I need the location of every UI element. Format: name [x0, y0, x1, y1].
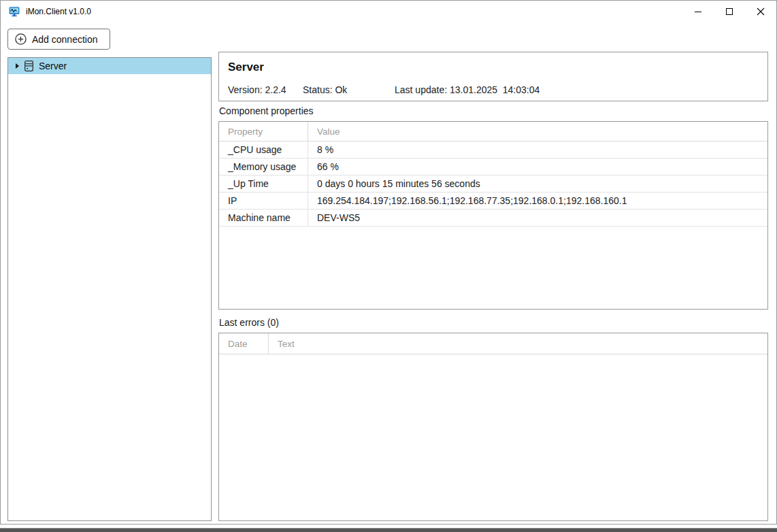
- table-row[interactable]: IP 169.254.184.197;192.168.56.1;192.168.…: [219, 193, 767, 210]
- value-cell: 169.254.184.197;192.168.56.1;192.168.77.…: [308, 193, 767, 209]
- app-icon: [9, 6, 20, 17]
- errors-table-header: Date Text: [219, 333, 767, 354]
- value-cell: 8 %: [308, 142, 767, 158]
- table-row[interactable]: Machine name DEV-WS5: [219, 210, 767, 227]
- property-cell: _Up Time: [219, 176, 308, 192]
- server-version: Version: 2.2.4: [228, 84, 286, 95]
- server-last-update: Last update: 13.01.2025 14:03:04: [395, 84, 540, 95]
- chevron-right-icon[interactable]: [16, 63, 19, 69]
- window-title: iMon.Client v1.0.0: [26, 7, 91, 16]
- column-header-value[interactable]: Value: [308, 122, 767, 141]
- component-properties-label: Component properties: [219, 105, 314, 116]
- last-errors-label: Last errors (0): [219, 317, 279, 328]
- plus-circle-icon: [15, 33, 27, 45]
- last-errors-table: Date Text: [218, 333, 768, 521]
- server-meta-row: Version: 2.2.4 Status: Ok Last update: 1…: [228, 84, 759, 97]
- server-title: Server: [228, 61, 264, 74]
- property-cell: IP: [219, 193, 308, 209]
- column-header-property[interactable]: Property: [219, 122, 308, 141]
- app-window: iMon.Client v1.0.0 Add connection: [0, 0, 777, 525]
- column-header-date[interactable]: Date: [219, 333, 269, 354]
- server-info-card: Server Version: 2.2.4 Status: Ok Last up…: [218, 52, 768, 101]
- taskbar-edge: [0, 528, 777, 532]
- property-cell: _CPU usage: [219, 142, 308, 158]
- connection-tree: Server: [7, 57, 212, 521]
- add-connection-button[interactable]: Add connection: [7, 29, 110, 50]
- table-row[interactable]: _CPU usage 8 %: [219, 142, 767, 159]
- tree-item-server[interactable]: Server: [8, 58, 211, 74]
- value-cell: 66 %: [308, 159, 767, 175]
- value-cell: DEV-WS5: [308, 210, 767, 226]
- table-row[interactable]: _Memory usage 66 %: [219, 159, 767, 176]
- table-row[interactable]: _Up Time 0 days 0 hours 15 minutes 56 se…: [219, 176, 767, 193]
- properties-table-header: Property Value: [219, 122, 767, 142]
- server-status: Status: Ok: [303, 84, 347, 95]
- server-icon: [24, 61, 33, 71]
- tree-item-label: Server: [39, 61, 67, 71]
- value-cell: 0 days 0 hours 15 minutes 56 seconds: [308, 176, 767, 192]
- component-properties-table: Property Value _CPU usage 8 % _Memory us…: [218, 121, 768, 310]
- detail-panel: Server Version: 2.2.4 Status: Ok Last up…: [218, 1, 768, 525]
- property-cell: Machine name: [219, 210, 308, 226]
- column-header-text[interactable]: Text: [269, 333, 767, 354]
- property-cell: _Memory usage: [219, 159, 308, 175]
- add-connection-label: Add connection: [32, 34, 98, 45]
